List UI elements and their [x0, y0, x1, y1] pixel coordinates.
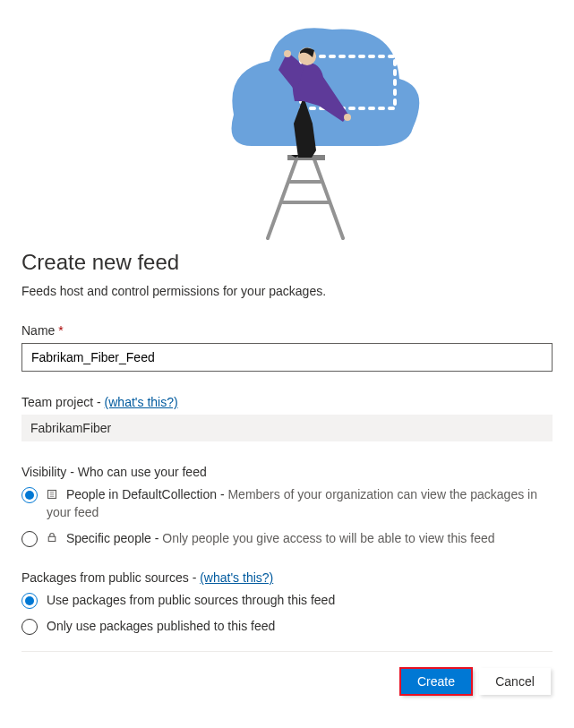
create-button[interactable]: Create	[400, 668, 472, 695]
visibility-label: Visibility - Who can use your feed	[21, 465, 553, 479]
divider	[21, 651, 553, 652]
visibility-section: Visibility - Who can use your feed Peopl…	[21, 465, 553, 547]
visibility-option-org[interactable]: People in DefaultCollection - Members of…	[21, 486, 553, 521]
name-section: Name *	[21, 323, 553, 372]
lock-icon	[47, 530, 59, 547]
name-input[interactable]	[21, 343, 553, 372]
visibility-option-specific[interactable]: Specific people - Only people you give a…	[21, 530, 553, 548]
public-sources-option-use[interactable]: Use packages from public sources through…	[21, 592, 553, 609]
team-project-value: FabrikamFiber	[21, 415, 553, 441]
svg-point-8	[344, 114, 351, 121]
create-feed-dialog: Create new feed Feeds host and control p…	[0, 0, 574, 716]
name-label: Name *	[21, 323, 553, 338]
hero-illustration	[21, 0, 553, 243]
team-project-help-link[interactable]: (what's this?)	[105, 395, 178, 409]
public-sources-label: Packages from public sources - (what's t…	[21, 570, 553, 585]
org-icon	[47, 487, 59, 504]
radio-button[interactable]	[21, 593, 38, 609]
cloud-illustration	[144, 7, 431, 240]
team-project-label: Team project - (what's this?)	[21, 395, 553, 409]
radio-button[interactable]	[21, 619, 38, 635]
svg-line-2	[314, 159, 343, 238]
page-subtitle: Feeds host and control permissions for y…	[21, 284, 553, 298]
required-marker: *	[58, 323, 63, 338]
svg-line-1	[268, 159, 296, 238]
svg-point-7	[284, 50, 291, 57]
cancel-button[interactable]: Cancel	[479, 668, 551, 695]
public-sources-option-only[interactable]: Only use packages published to this feed	[21, 618, 553, 635]
team-project-section: Team project - (what's this?) FabrikamFi…	[21, 395, 553, 441]
public-sources-help-link[interactable]: (what's this?)	[200, 570, 273, 585]
radio-button[interactable]	[21, 531, 38, 547]
public-sources-section: Packages from public sources - (what's t…	[21, 570, 553, 635]
button-row: Create Cancel	[21, 668, 553, 695]
radio-button[interactable]	[21, 487, 38, 503]
page-title: Create new feed	[21, 250, 553, 275]
svg-rect-13	[48, 537, 56, 542]
